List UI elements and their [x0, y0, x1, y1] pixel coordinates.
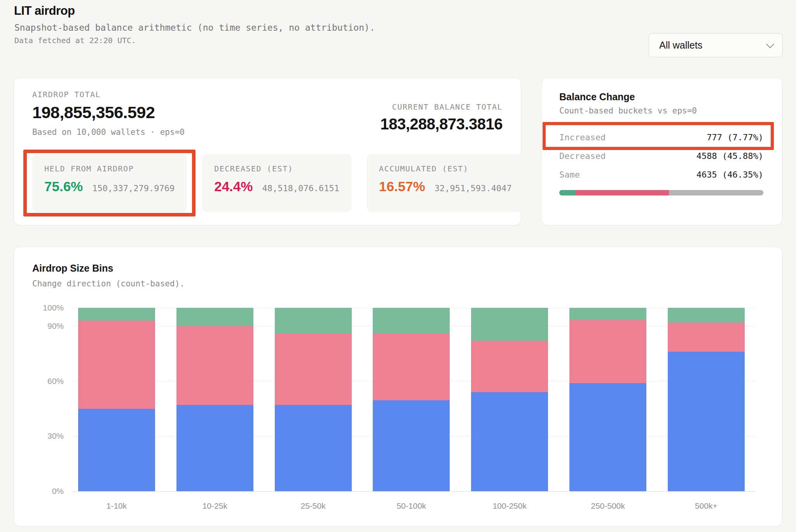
bar-segment-pink-middle — [275, 333, 352, 405]
x-axis-tick-label: 250-500k — [569, 501, 646, 511]
stacked-bar-50-100k — [373, 308, 450, 491]
airdrop-total-label: AIRDROP TOTAL — [32, 90, 185, 99]
tile-percent: 16.57% — [379, 179, 425, 194]
tile-value: 150,337,279.9769 — [92, 183, 175, 193]
bar-segment-pink-middle — [668, 323, 745, 352]
bar-segment-green-top — [373, 308, 450, 333]
same-row: Same 4635 (46.35%) — [559, 165, 763, 184]
stacked-bar-10-25k — [176, 308, 253, 491]
increased-row: Increased 777 (7.77%) — [559, 128, 763, 147]
bar-segment-green-top — [78, 308, 155, 321]
stacked-bar-250-500k — [569, 308, 646, 491]
progress-segment-decreased — [575, 190, 669, 195]
airdrop-total-value: 198,855,356.592 — [32, 103, 185, 122]
x-axis-tick-label: 10-25k — [176, 501, 253, 511]
row-label: Same — [559, 170, 580, 180]
current-balance-block: CURRENT BALANCE TOTAL 183,288,873.3816 — [380, 102, 503, 133]
airdrop-total-note: Based on 10,000 wallets · eps=0 — [32, 127, 185, 137]
bar-segment-pink-middle — [471, 341, 548, 392]
bar-segment-pink-middle — [373, 333, 450, 400]
balance-change-progress-bar — [559, 190, 763, 195]
summary-card: AIRDROP TOTAL 198,855,356.592 Based on 1… — [14, 78, 521, 225]
x-axis-tick-label: 50-100k — [373, 501, 450, 511]
bar-segment-blue-bottom — [668, 352, 745, 491]
bar-segment-green-top — [471, 308, 548, 341]
stacked-bar-100-250k — [471, 308, 548, 491]
y-axis-tick-label: 90% — [47, 321, 64, 331]
tile-value: 48,518,076.6151 — [262, 183, 339, 193]
page-subtitle: Snapshot-based balance arithmetic (no ti… — [14, 23, 375, 33]
page: LIT airdrop Snapshot-based balance arith… — [0, 0, 796, 532]
summary-tiles: HELD FROM AIRDROP 75.6% 150,337,279.9769… — [32, 154, 509, 212]
tile-label: ACCUMULATED (EST) — [379, 164, 511, 173]
x-axis-tick-label: 500k+ — [668, 501, 745, 511]
bar-segment-blue-bottom — [275, 405, 352, 491]
row-label: Increased — [559, 133, 606, 142]
bar-segment-blue-bottom — [373, 400, 450, 491]
decreased-tile: DECREASED (EST) 24.4% 48,518,076.6151 — [202, 154, 351, 212]
chart-plot: 100%90%60%30%0%1-10k10-25k25-50k50-100k1… — [72, 308, 755, 491]
wallet-filter-value: All wallets — [659, 40, 702, 51]
row-value: 4635 (46.35%) — [696, 170, 763, 180]
bar-segment-blue-bottom — [569, 383, 646, 491]
x-axis-tick-label: 1-10k — [78, 501, 155, 511]
y-axis-tick-label: 60% — [47, 377, 64, 386]
stacked-bar-25-50k — [275, 308, 352, 491]
progress-segment-increased — [559, 190, 575, 195]
bar-segment-green-top — [668, 308, 745, 323]
bar-segment-pink-middle — [569, 320, 646, 383]
accumulated-tile: ACCUMULATED (EST) 16.57% 32,951,593.4047 — [367, 154, 524, 212]
held-from-airdrop-tile: HELD FROM AIRDROP 75.6% 150,337,279.9769 — [32, 154, 187, 212]
airdrop-total-block: AIRDROP TOTAL 198,855,356.592 Based on 1… — [32, 90, 185, 137]
x-axis-tick-label: 25-50k — [275, 501, 352, 511]
data-fetched-note: Data fetched at 22:20 UTC. — [14, 36, 136, 45]
bar-segment-green-top — [569, 308, 646, 320]
chevron-down-icon — [766, 40, 774, 48]
balance-change-rows: Increased 777 (7.77%) Decreased 4588 (45… — [559, 128, 763, 184]
chart-title: Airdrop Size Bins — [32, 263, 113, 274]
balance-change-card: Balance Change Count-based buckets vs ep… — [541, 78, 782, 225]
progress-segment-same — [669, 190, 763, 195]
balance-change-subtitle: Count-based buckets vs eps=0 — [559, 106, 697, 115]
current-balance-label: CURRENT BALANCE TOTAL — [380, 102, 503, 112]
wallet-filter-dropdown[interactable]: All wallets — [648, 33, 783, 58]
chart-subtitle: Change direction (count-based). — [32, 279, 185, 288]
decreased-row: Decreased 4588 (45.88%) — [559, 147, 763, 165]
y-axis-tick-label: 0% — [52, 487, 64, 496]
row-value: 777 (7.77%) — [707, 133, 763, 142]
bar-segment-blue-bottom — [78, 409, 155, 491]
balance-change-title: Balance Change — [559, 91, 635, 103]
bar-segment-pink-middle — [176, 326, 253, 405]
stacked-bar-500k+ — [668, 308, 745, 491]
bar-segment-blue-bottom — [471, 392, 548, 491]
y-axis-tick-label: 30% — [47, 431, 64, 441]
current-balance-value: 183,288,873.3816 — [380, 115, 503, 133]
bar-segment-green-top — [275, 308, 352, 333]
row-label: Decreased — [559, 151, 606, 161]
row-value: 4588 (45.88%) — [696, 151, 763, 161]
tile-percent: 24.4% — [214, 179, 253, 194]
page-title: LIT airdrop — [14, 4, 75, 18]
y-axis-tick-label: 100% — [43, 303, 64, 312]
x-axis-tick-label: 100-250k — [471, 501, 548, 511]
bar-segment-blue-bottom — [176, 405, 253, 491]
stacked-bar-1-10k — [78, 308, 155, 491]
tile-value: 32,951,593.4047 — [435, 183, 512, 193]
tile-label: DECREASED (EST) — [214, 164, 339, 173]
tile-percent: 75.6% — [44, 179, 83, 194]
bar-segment-pink-middle — [78, 321, 155, 409]
bar-segment-green-top — [176, 308, 253, 326]
chart-card: Airdrop Size Bins Change direction (coun… — [14, 247, 782, 527]
x-axis-line — [72, 491, 755, 492]
tile-label: HELD FROM AIRDROP — [44, 164, 175, 173]
